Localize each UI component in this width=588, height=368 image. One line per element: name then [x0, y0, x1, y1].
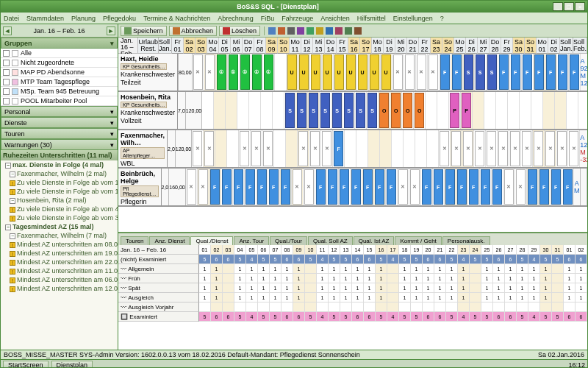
tab[interactable]: Qual./Dienst	[190, 236, 233, 245]
lower-cell[interactable]: 6	[293, 255, 305, 264]
lower-cell[interactable]: 1	[399, 264, 411, 274]
lower-cell[interactable]: 6	[293, 312, 305, 322]
shift-cell[interactable]: U	[381, 54, 392, 91]
lower-cell[interactable]: 1	[199, 283, 211, 293]
shift-cell[interactable]	[426, 92, 437, 129]
shift-cell[interactable]	[556, 130, 568, 167]
day-header[interactable]: Mi13	[313, 38, 325, 54]
warn-item[interactable]: Zu viele Dienste in Folge ab vom 12. bis…	[1, 187, 118, 196]
lower-cell[interactable]: 1	[329, 293, 340, 302]
shift-cell[interactable]	[286, 130, 298, 167]
lower-cell[interactable]: 6	[211, 255, 223, 264]
day-header[interactable]: Sa30	[513, 38, 525, 54]
tab[interactable]: Touren	[121, 236, 148, 245]
lower-cell[interactable]: 1	[340, 264, 352, 274]
lower-cell[interactable]: 1	[258, 293, 270, 302]
lower-cell[interactable]: 1	[528, 293, 540, 302]
shift-cell[interactable]: F	[362, 169, 374, 205]
warn-item[interactable]: Mindest AZ unterschritten am 19.01.2016:…	[1, 249, 118, 258]
lower-cell[interactable]: 5	[340, 312, 352, 322]
shift-cell[interactable]: ①	[251, 54, 263, 91]
tab[interactable]: Qual. Soll AZ	[308, 236, 353, 245]
shift-cell[interactable]: S	[308, 92, 320, 129]
tab[interactable]: Qual./Tour	[270, 236, 307, 245]
warn-item[interactable]: −Faxenmacher, Wilhelm (2 mal)	[1, 169, 118, 178]
lower-cell[interactable]: 1	[434, 283, 446, 293]
warn-header[interactable]: −Tagesmindest AZ (15 mal)	[1, 222, 118, 231]
close-button[interactable]: ×	[575, 2, 585, 11]
menu-item[interactable]: Datei	[4, 15, 19, 22]
lower-cell[interactable]	[458, 302, 470, 312]
shift-cell[interactable]: P	[449, 92, 461, 129]
lower-cell[interactable]	[505, 302, 517, 312]
shift-cell[interactable]	[356, 130, 368, 167]
shift-cell[interactable]: S	[331, 92, 343, 129]
shift-cell[interactable]	[416, 54, 428, 91]
lower-cell[interactable]: 1	[364, 283, 376, 293]
lower-cell[interactable]: 1	[540, 274, 552, 283]
day-header[interactable]: Do14	[325, 38, 337, 54]
menu-item[interactable]: Planung	[71, 15, 96, 22]
lower-cell[interactable]: 5	[481, 255, 493, 264]
group-item[interactable]: MAP PD Abendsonne	[1, 68, 118, 77]
lower-label[interactable]: 〰 Früh	[118, 274, 199, 283]
shift-cell[interactable]: F	[327, 169, 339, 205]
lower-cell[interactable]	[340, 302, 352, 312]
lower-cell[interactable]	[564, 302, 576, 312]
lower-cell[interactable]	[387, 274, 399, 283]
shift-cell[interactable]: S	[343, 92, 355, 129]
lower-cell[interactable]: 1	[364, 264, 376, 274]
day-header[interactable]: Do28	[490, 38, 501, 54]
lower-cell[interactable]	[258, 302, 270, 312]
lower-cell[interactable]: 5	[258, 312, 270, 322]
lower-cell[interactable]: 1	[234, 264, 246, 274]
lower-cell[interactable]: 1	[211, 283, 223, 293]
lower-cell[interactable]	[387, 283, 399, 293]
shift-cell[interactable]	[186, 169, 198, 205]
lower-cell[interactable]: 1	[517, 293, 528, 302]
shift-cell[interactable]: F	[451, 54, 463, 91]
lower-cell[interactable]	[552, 302, 564, 312]
lower-cell[interactable]: 1	[505, 293, 517, 302]
lower-cell[interactable]: 1	[340, 283, 352, 293]
lower-cell[interactable]: 6	[576, 312, 587, 322]
task-start[interactable]: StartScreen	[3, 361, 49, 369]
shift-cell[interactable]: O	[414, 92, 426, 129]
lower-cell[interactable]: 1	[293, 293, 305, 302]
lower-cell[interactable]	[470, 302, 481, 312]
employee-name[interactable]: Haxt, Heidie	[121, 55, 175, 63]
lower-cell[interactable]: 1	[517, 264, 528, 274]
lower-cell[interactable]	[305, 264, 317, 274]
day-header[interactable]: Mo01	[537, 38, 548, 54]
menu-item[interactable]: Termine & Nachrichten	[143, 15, 210, 22]
lower-cell[interactable]: 1	[517, 274, 528, 283]
lower-cell[interactable]: 5	[270, 255, 282, 264]
next-period-button[interactable]: ►	[107, 26, 115, 35]
warn-item[interactable]: Mindest AZ unterschritten am 22.01.2016:…	[1, 258, 118, 266]
lower-cell[interactable]: 1	[246, 283, 258, 293]
shift-cell[interactable]	[567, 92, 578, 129]
day-header[interactable]: So17	[360, 38, 372, 54]
shift-cell[interactable]	[214, 92, 226, 129]
lower-cell[interactable]: 1	[211, 274, 223, 283]
shift-cell[interactable]: F	[545, 54, 557, 91]
shift-cell[interactable]	[227, 130, 239, 167]
lower-cell[interactable]: 1	[528, 274, 540, 283]
shift-cell[interactable]: O	[402, 92, 414, 129]
task-plan[interactable]: Dienstplan	[51, 361, 93, 369]
lower-cell[interactable]	[540, 302, 552, 312]
shift-cell[interactable]	[486, 130, 498, 167]
prev-period-button[interactable]: ◄	[3, 26, 12, 35]
lower-cell[interactable]: 1	[434, 264, 446, 274]
lower-cell[interactable]: 1	[329, 283, 340, 293]
shift-cell[interactable]	[274, 130, 286, 167]
shift-cell[interactable]	[345, 130, 356, 167]
lower-cell[interactable]: 1	[576, 274, 587, 283]
menu-item[interactable]: Stammdaten	[26, 15, 64, 22]
lower-cell[interactable]	[493, 302, 505, 312]
lower-cell[interactable]: 4	[246, 312, 258, 322]
shift-cell[interactable]: F	[562, 169, 574, 205]
lower-cell[interactable]: 5	[305, 312, 317, 322]
lower-cell[interactable]	[223, 302, 234, 312]
lower-cell[interactable]: 5	[199, 312, 211, 322]
